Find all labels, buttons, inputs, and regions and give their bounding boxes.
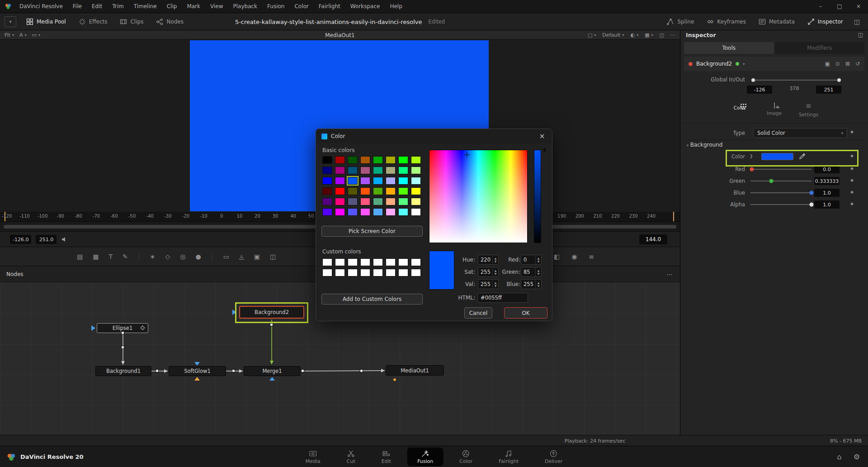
toolbar-button-nodes[interactable]: Nodes bbox=[151, 16, 189, 28]
category-tab-settings[interactable]: ≡Settings bbox=[796, 99, 822, 123]
expand-icon[interactable]: ❯ bbox=[750, 154, 753, 158]
menu-view[interactable]: View bbox=[205, 0, 228, 13]
basic-color-swatch[interactable] bbox=[360, 167, 370, 174]
basic-color-swatch[interactable] bbox=[322, 187, 332, 195]
underlay-tool-icon[interactable]: ◧ bbox=[554, 253, 560, 260]
ok-button[interactable]: OK bbox=[504, 307, 547, 319]
basic-color-swatch[interactable] bbox=[348, 198, 358, 205]
basic-color-swatch[interactable] bbox=[335, 187, 345, 195]
basic-color-swatch[interactable] bbox=[322, 177, 332, 185]
basic-color-swatch[interactable] bbox=[348, 167, 358, 174]
glow-tool-icon[interactable]: ◬ bbox=[239, 253, 244, 260]
tab-tools[interactable]: Tools bbox=[684, 42, 774, 54]
page-media[interactable]: Media bbox=[296, 448, 330, 466]
basic-color-swatch[interactable] bbox=[411, 177, 421, 185]
basic-color-swatch[interactable] bbox=[373, 177, 383, 185]
basic-color-swatch[interactable] bbox=[335, 156, 345, 164]
page-cut[interactable]: Cut bbox=[337, 448, 365, 466]
basic-color-swatch[interactable] bbox=[386, 167, 396, 174]
custom-color-swatch[interactable] bbox=[398, 269, 408, 276]
custom-color-swatch[interactable] bbox=[398, 258, 408, 266]
keyframe-icon[interactable] bbox=[850, 153, 854, 158]
node-mediaout1[interactable]: MediaOut1 bbox=[386, 365, 444, 376]
basic-color-swatch[interactable] bbox=[360, 177, 370, 185]
media-tool-icon[interactable]: ▦ bbox=[93, 253, 99, 260]
panel-layout-icon[interactable]: ◫ bbox=[858, 32, 863, 38]
value-slider[interactable] bbox=[534, 150, 541, 243]
minimize-button[interactable]: – bbox=[811, 0, 830, 13]
basic-color-swatch[interactable] bbox=[386, 198, 396, 205]
menu-fairlight[interactable]: Fairlight bbox=[314, 0, 345, 13]
node-background1[interactable]: Background1 bbox=[95, 366, 151, 376]
spin-field-green-[interactable]: 85▲▼ bbox=[521, 267, 542, 277]
add-custom-colors-button[interactable]: Add to Custom Colors bbox=[321, 294, 423, 305]
basic-color-swatch[interactable] bbox=[373, 156, 383, 164]
basic-color-swatch[interactable] bbox=[411, 208, 421, 216]
custom-color-swatch[interactable] bbox=[348, 269, 358, 276]
menu-edit[interactable]: Edit bbox=[87, 0, 107, 13]
node-connection[interactable] bbox=[301, 371, 385, 371]
keyframe-icon[interactable] bbox=[850, 190, 854, 194]
channel-slider-blue[interactable] bbox=[750, 192, 811, 193]
menu-clip[interactable]: Clip bbox=[162, 0, 182, 13]
tri-up-connector-icon[interactable] bbox=[269, 377, 275, 381]
dialog-titlebar[interactable]: Color × bbox=[316, 129, 552, 143]
basic-color-swatch[interactable] bbox=[398, 198, 408, 205]
page-fairlight[interactable]: Fairlight bbox=[489, 448, 528, 466]
panel-toggle-icon[interactable]: ◫ bbox=[850, 18, 863, 25]
node-merge1[interactable]: Merge1 bbox=[244, 366, 301, 376]
channel-slider-green[interactable] bbox=[750, 181, 811, 181]
channel-display-button[interactable]: ▢▾ bbox=[588, 32, 596, 38]
toolbar-button-spline[interactable]: Spline bbox=[661, 16, 699, 28]
basic-color-swatch[interactable] bbox=[360, 208, 370, 216]
menu-playback[interactable]: Playback bbox=[228, 0, 262, 13]
settings-icon[interactable]: ⚙ bbox=[854, 453, 860, 461]
basic-color-swatch[interactable] bbox=[360, 156, 370, 164]
speaker-icon[interactable] bbox=[61, 236, 68, 243]
basic-color-swatch[interactable] bbox=[373, 198, 383, 205]
nodes-options-icon[interactable]: ⋯ bbox=[666, 266, 673, 282]
custom-color-swatch[interactable] bbox=[322, 258, 332, 266]
grid-overlay-button[interactable]: ▦▾ bbox=[645, 32, 653, 38]
spin-field-val-[interactable]: 255▲▼ bbox=[478, 279, 499, 289]
color-corrector-tool-icon[interactable]: ● bbox=[196, 253, 201, 260]
reset-icon[interactable]: ↺ bbox=[855, 61, 860, 67]
menu-mark[interactable]: Mark bbox=[182, 0, 205, 13]
color-swatch[interactable] bbox=[761, 153, 793, 160]
custom-color-swatch[interactable] bbox=[373, 269, 383, 276]
dot-connector-icon[interactable] bbox=[393, 378, 396, 381]
page-fusion[interactable]: Fusion bbox=[407, 448, 443, 466]
slider-handle[interactable] bbox=[810, 191, 814, 195]
custom-color-swatch[interactable] bbox=[348, 258, 358, 266]
current-frame-field[interactable]: 144.0 bbox=[639, 234, 667, 244]
channel-slider-alpha[interactable] bbox=[750, 204, 811, 205]
cancel-button[interactable]: Cancel bbox=[464, 307, 492, 319]
square-connector-icon[interactable] bbox=[121, 346, 124, 349]
custom-color-swatch[interactable] bbox=[386, 258, 396, 266]
type-dropdown[interactable]: Solid Color ▾ bbox=[753, 128, 847, 138]
custom-color-swatch[interactable] bbox=[360, 258, 370, 266]
render-range-out-field[interactable]: 251.0 bbox=[36, 235, 57, 244]
background-tool-icon[interactable]: ▤ bbox=[77, 253, 83, 260]
menu-workspace[interactable]: Workspace bbox=[345, 0, 385, 13]
spin-arrows-icon[interactable]: ▲▼ bbox=[535, 280, 541, 289]
basic-color-swatch[interactable] bbox=[360, 187, 370, 195]
html-color-field[interactable]: #0055ff bbox=[477, 293, 528, 303]
menu-trim[interactable]: Trim bbox=[107, 0, 129, 13]
slider-handle[interactable] bbox=[750, 167, 754, 172]
basic-color-swatch[interactable] bbox=[386, 208, 396, 216]
basic-color-swatch[interactable] bbox=[411, 198, 421, 205]
slider-handle[interactable] bbox=[769, 179, 773, 183]
tri-right-connector-icon[interactable] bbox=[232, 310, 236, 315]
custom-color-swatch[interactable] bbox=[360, 269, 370, 276]
toolbar-button-media-pool[interactable]: Media Pool bbox=[21, 16, 71, 28]
spin-arrows-icon[interactable]: ▲▼ bbox=[535, 267, 541, 276]
section-background[interactable]: ▾ Background bbox=[687, 142, 722, 148]
menu-file[interactable]: File bbox=[68, 0, 87, 13]
custom-color-swatch[interactable] bbox=[322, 269, 332, 276]
category-tab-image[interactable]: Image bbox=[761, 99, 788, 123]
render-tool-icon[interactable]: ≡ bbox=[589, 253, 594, 260]
channel-value-field[interactable]: 1.0 bbox=[814, 189, 840, 197]
basic-color-swatch[interactable] bbox=[335, 167, 345, 174]
square-connector-icon[interactable] bbox=[301, 369, 304, 372]
